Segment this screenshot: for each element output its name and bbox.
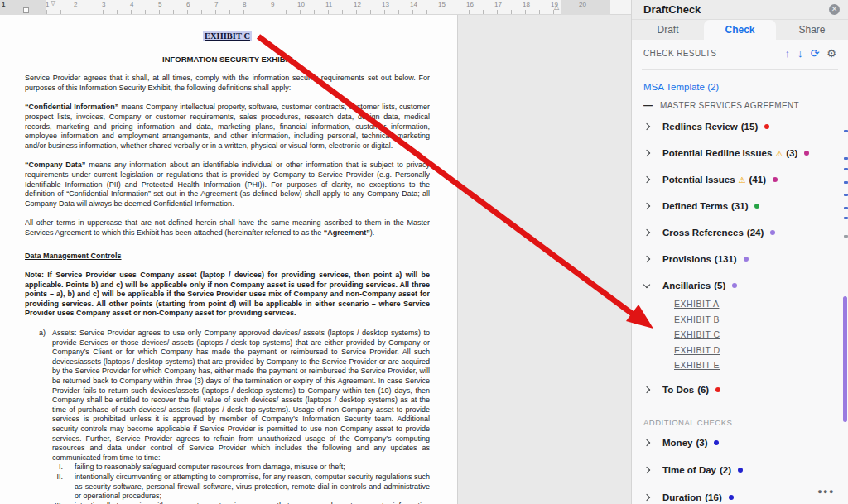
check-section-duration[interactable]: Duration (16): [632, 483, 848, 504]
chevron-right-icon: [643, 256, 650, 262]
tab-share[interactable]: Share: [776, 20, 848, 40]
defined-term: “Agreement”: [324, 228, 370, 237]
panel-header: DraftCheck ✕: [632, 0, 848, 20]
more-options-icon[interactable]: ●●●: [817, 487, 835, 496]
paragraph: “Company Data” means any information abo…: [25, 161, 430, 209]
ruler-number: 6: [186, 1, 190, 8]
warning-icon: ⚠: [739, 175, 746, 185]
list-marker: a): [25, 329, 52, 463]
document-canvas: EXHIBIT C INFORMATION SECURITY EXHIBIT S…: [0, 15, 631, 504]
navigate-up-icon[interactable]: ↑: [784, 48, 790, 59]
roman-list-item: I. failing to reasonably safeguard compu…: [25, 463, 430, 473]
status-dot: [738, 468, 743, 473]
check-section-time-of-day[interactable]: Time of Day (2): [632, 456, 848, 483]
check-section-ancillaries[interactable]: Ancillaries (5): [632, 272, 848, 299]
ruler-number: 15: [438, 1, 446, 8]
chevron-right-icon: [643, 466, 650, 473]
status-dot: [714, 440, 719, 445]
ruler-number: 3: [102, 1, 105, 8]
tab-check[interactable]: Check: [704, 20, 776, 40]
ruler-number: 17: [494, 1, 502, 8]
roman-list-item: II. intentionally circumventing or attem…: [25, 473, 430, 502]
chevron-right-icon: [643, 439, 650, 445]
check-section-cross-references[interactable]: Cross References (24): [632, 219, 848, 246]
exhibit-a-link[interactable]: EXHIBIT A: [674, 299, 720, 309]
warning-icon: ⚠: [775, 149, 783, 158]
gear-icon[interactable]: ⚙: [826, 48, 836, 59]
check-section-potential-issues[interactable]: Potential Issues ⚠ (41): [632, 166, 848, 193]
chevron-right-icon: [643, 123, 650, 130]
scroll-result-marker: [844, 181, 848, 184]
ruler-number: 1: [46, 1, 49, 8]
ruler-number: 11: [325, 1, 332, 8]
exhibit-c-link[interactable]: EXHIBIT C: [674, 329, 720, 339]
panel-tabs: Draft Check Share: [632, 20, 848, 40]
paragraph: All other terms in uppercase that are no…: [25, 218, 430, 238]
ruler-number: 16: [466, 1, 474, 8]
status-dot: [770, 230, 775, 235]
check-section-money[interactable]: Money (3): [632, 429, 848, 456]
status-dot: [732, 283, 737, 288]
document-title-selected[interactable]: EXHIBIT C: [203, 31, 252, 41]
right-indent-marker[interactable]: △: [554, 3, 559, 11]
agreement-row[interactable]: — MASTER SERVICES AGREEMENT: [643, 100, 848, 110]
exhibit-e-link[interactable]: EXHIBIT E: [674, 360, 720, 370]
chevron-right-icon: [643, 386, 650, 393]
check-section-redlines-review[interactable]: Redlines Review (15): [632, 113, 848, 140]
document-content: EXHIBIT C INFORMATION SECURITY EXHIBIT S…: [25, 15, 430, 504]
check-section-potential-redline-issues[interactable]: Potential Redline Issues ⚠ (3): [632, 140, 848, 166]
chevron-down-icon: [643, 281, 650, 287]
paragraph: “Confidential Information” means Company…: [25, 103, 430, 151]
sidebar-scrollbar-track[interactable]: [842, 0, 848, 504]
horizontal-ruler[interactable]: 1 1 2 3 4 5 6 7 8 9 10 11 12 13 14 15 16…: [0, 0, 631, 15]
scroll-result-marker: [844, 217, 848, 219]
chevron-right-icon: [643, 203, 650, 209]
ruler-number: 4: [130, 1, 133, 8]
scroll-result-marker: [844, 157, 848, 160]
check-section-defined-terms[interactable]: Defined Terms (31): [632, 193, 848, 219]
scroll-result-marker: [844, 130, 848, 132]
ruler-number: 5: [158, 1, 161, 8]
exhibit-b-link[interactable]: EXHIBIT B: [674, 314, 720, 324]
scroll-result-marker: [844, 207, 848, 209]
defined-term: “Confidential Information”: [25, 103, 118, 111]
list-item-a: a) Assets: Service Provider agrees to us…: [25, 329, 430, 463]
paragraph: Service Provider agrees that it shall, a…: [25, 74, 430, 93]
ruler-number: 20: [579, 1, 586, 8]
refresh-icon[interactable]: ⟳: [810, 48, 819, 59]
document-subtitle: INFORMATION SECURITY EXHIBIT: [25, 55, 430, 65]
check-section-provisions[interactable]: Provisions (131): [632, 246, 848, 272]
tab-draft[interactable]: Draft: [632, 20, 704, 40]
ruler-number: 10: [297, 1, 305, 8]
status-dot: [729, 495, 734, 500]
status-dot: [804, 151, 809, 156]
status-dot: [744, 257, 749, 262]
navigate-down-icon[interactable]: ↓: [797, 48, 803, 59]
status-dot: [773, 177, 778, 182]
msa-template-link[interactable]: MSA Template (2): [643, 82, 848, 92]
section-heading: Data Management Controls: [25, 252, 430, 262]
scroll-result-marker: [844, 194, 848, 196]
sidebar-scrollbar-thumb[interactable]: [843, 296, 847, 422]
scroll-result-marker: [844, 235, 848, 238]
collapse-icon[interactable]: —: [643, 100, 653, 110]
ruler-number: 1: [2, 1, 5, 8]
document-page[interactable]: EXHIBIT C INFORMATION SECURITY EXHIBIT S…: [0, 15, 458, 504]
defined-term: “Company Data”: [25, 161, 85, 169]
check-section-to-dos[interactable]: To Dos (6): [632, 377, 848, 403]
close-icon[interactable]: ✕: [829, 4, 840, 15]
ruler-number: 12: [354, 1, 361, 8]
app-window: 1 1 2 3 4 5 6 7 8 9 10 11 12 13 14 15 16…: [0, 0, 848, 504]
chevron-right-icon: [643, 150, 650, 156]
chevron-right-icon: [643, 229, 650, 236]
chevron-right-icon: [643, 493, 650, 500]
chevron-right-icon: [643, 176, 650, 183]
scroll-result-marker: [844, 168, 848, 170]
note-paragraph: Note: If Service Provider uses Company a…: [25, 271, 430, 319]
left-indent-marker[interactable]: [23, 7, 29, 13]
ruler-number: 2: [74, 1, 77, 8]
check-results-label: CHECK RESULTS: [643, 49, 777, 58]
exhibit-d-link[interactable]: EXHIBIT D: [674, 345, 720, 355]
ruler-number: 8: [243, 1, 246, 8]
first-line-indent-marker[interactable]: ▽: [51, 0, 55, 7]
